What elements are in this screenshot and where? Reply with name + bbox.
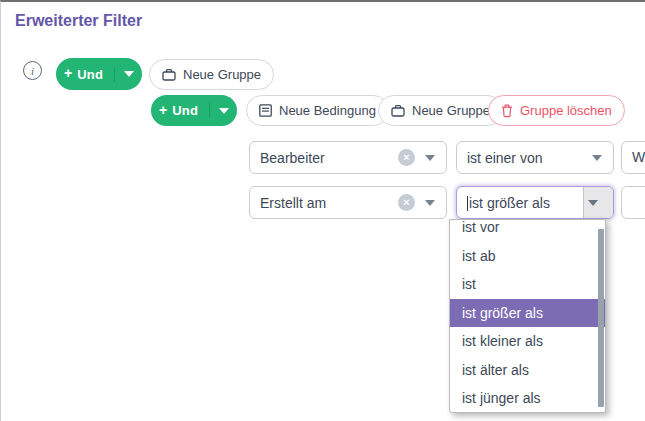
plus-icon: +: [64, 65, 72, 81]
field-value: Erstellt am: [250, 195, 398, 211]
condition-value-field[interactable]: WA: [621, 141, 645, 174]
chevron-down-icon: [219, 108, 229, 114]
button-label: Neue Gruppe: [183, 67, 261, 82]
chevron-down-icon: [124, 71, 134, 77]
dropdown-scrollbar-thumb[interactable]: [598, 229, 604, 407]
page-title: Erweiterter Filter: [15, 12, 142, 30]
button-divider: [209, 103, 210, 118]
operator-dropdown-list: ist vor ist ab ist ist größer als ist kl…: [449, 219, 606, 413]
button-label: Gruppe löschen: [520, 103, 612, 118]
chevron-down-icon: [588, 200, 598, 206]
root-operator-und-button[interactable]: + Und: [56, 58, 142, 90]
select-caret-button[interactable]: [583, 187, 613, 218]
condition-form-icon: [259, 104, 272, 117]
clear-icon[interactable]: ×: [398, 149, 415, 166]
button-divider: [114, 67, 115, 82]
plus-icon: +: [159, 102, 167, 118]
clear-icon[interactable]: ×: [398, 194, 415, 211]
group-icon: [162, 68, 176, 81]
operator-label: Und: [172, 103, 198, 118]
operator-value: ist größer als: [457, 195, 583, 211]
subgroup-operator-und-button[interactable]: + Und: [151, 95, 237, 126]
button-label: Neue Bedingung: [279, 103, 376, 118]
chevron-down-icon[interactable]: [592, 155, 602, 161]
advanced-filter-panel: Erweiterter Filter i + Und Neue Gruppe +…: [0, 0, 645, 421]
condition-operator-select[interactable]: ist einer von: [456, 141, 614, 174]
dropdown-option[interactable]: ist kleiner als: [450, 327, 605, 356]
chevron-down-icon[interactable]: [425, 155, 435, 161]
operator-label: Und: [77, 67, 103, 82]
dropdown-option[interactable]: ist älter als: [450, 356, 605, 385]
condition-value-field[interactable]: [621, 186, 645, 219]
delete-group-button[interactable]: Gruppe löschen: [488, 95, 625, 126]
dropdown-option[interactable]: ist vor: [450, 219, 605, 242]
chevron-down-icon[interactable]: [425, 200, 435, 206]
group-icon: [391, 104, 405, 117]
dropdown-option[interactable]: ist jünger als: [450, 384, 605, 413]
info-icon[interactable]: i: [23, 61, 42, 80]
subgroup-new-group-button[interactable]: Neue Gruppe: [378, 95, 503, 126]
dropdown-option[interactable]: ist: [450, 270, 605, 299]
condition-operator-select-open[interactable]: ist größer als: [456, 186, 614, 219]
text-cursor: [467, 196, 468, 211]
field-value: Bearbeiter: [250, 150, 398, 166]
new-condition-button[interactable]: Neue Bedingung: [246, 95, 389, 126]
condition-field-combobox[interactable]: Erstellt am ×: [249, 186, 447, 219]
operator-value: ist einer von: [457, 150, 592, 166]
value-text: WA: [622, 149, 645, 166]
button-label: Neue Gruppe: [412, 103, 490, 118]
dropdown-option-selected[interactable]: ist größer als: [450, 299, 605, 328]
dropdown-option[interactable]: ist ab: [450, 242, 605, 271]
root-new-group-button[interactable]: Neue Gruppe: [149, 59, 274, 90]
condition-field-combobox[interactable]: Bearbeiter ×: [249, 141, 447, 174]
trash-icon: [501, 104, 513, 118]
